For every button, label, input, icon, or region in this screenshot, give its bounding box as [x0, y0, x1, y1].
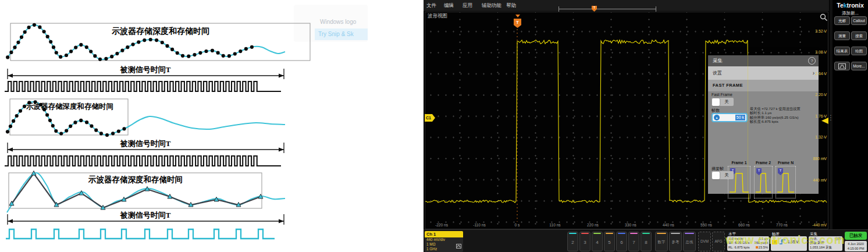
menu-item-5[interactable]: 帮助 — [506, 2, 516, 9]
channel-color-stripe — [618, 233, 625, 234]
frame-count-input[interactable]: ▲ 50 k — [712, 113, 748, 122]
channel-5-button[interactable]: 5 — [604, 232, 615, 251]
slider-trigger-marker[interactable]: T — [592, 6, 597, 12]
group-label: 参考 — [670, 240, 681, 245]
y-axis-label: 880 mV — [799, 157, 827, 161]
sidebar: Tektronix 添加新... 光标Callout测量搜索结果表绘图More.… — [833, 0, 868, 229]
channel1-badge[interactable]: Ch 1 440 mV/div 1 MΩ 1 GHz — [425, 231, 463, 252]
channel-2-button[interactable]: 2 — [567, 232, 578, 251]
toggle-state-label: 关 — [721, 171, 732, 179]
channel-color-stripe — [569, 233, 577, 234]
dvm-button[interactable]: DVM — [698, 232, 711, 251]
sample-point-dot — [90, 125, 93, 128]
channel-color-stripe — [642, 233, 650, 234]
x-axis-label: 110 ns — [542, 223, 568, 227]
x-axis-label: 0 s — [504, 223, 530, 227]
sidebar-button-Callout[interactable]: Callout — [851, 16, 867, 25]
sample-point-dot — [52, 45, 55, 49]
group-button-参考[interactable]: 参考 — [669, 232, 682, 251]
x-axis-label: -110 ns — [467, 223, 492, 227]
sample-point-dot — [65, 54, 68, 57]
sample-point-dot — [187, 55, 190, 58]
sample-point-dot — [12, 119, 15, 123]
x-axis-label: 440 ns — [656, 223, 681, 227]
sidebar-button-测量[interactable]: 测量 — [834, 31, 850, 40]
tektronix-logo: Tektronix — [833, 2, 868, 9]
sample-point-dot — [143, 38, 146, 42]
signal-time-label: 被测信号时间T — [120, 211, 171, 219]
time-text: 4:15:00 PM — [845, 246, 867, 251]
sample-point-dot — [89, 49, 93, 53]
sidebar-button-More...[interactable]: More... — [851, 62, 867, 70]
channel-color-stripe — [630, 233, 638, 234]
sample-point-dot — [23, 30, 27, 34]
channel-4-button[interactable]: 4 — [592, 232, 603, 251]
channel-3-button[interactable]: 3 — [579, 232, 590, 251]
sample-point-dot — [137, 40, 140, 44]
sampling-clock-dense — [5, 156, 281, 166]
sample-point-dot — [155, 38, 158, 42]
channel-number: 7 — [629, 240, 639, 245]
x-axis-label: -220 ns — [429, 223, 454, 227]
sample-point-dot — [181, 54, 184, 58]
channel-6-button[interactable]: 6 — [616, 232, 627, 251]
channel-color-stripe — [581, 233, 589, 234]
sample-point-dot — [111, 132, 115, 135]
menu-item-2[interactable]: 编辑 — [444, 2, 454, 9]
triggered-status-button[interactable]: 已触发 — [845, 232, 867, 240]
sample-point-dot — [227, 54, 231, 58]
slider-bar — [558, 9, 656, 9]
sample-point-dot — [46, 35, 49, 38]
sample-point-dot — [19, 109, 22, 113]
sample-point-dot — [126, 45, 129, 49]
display-plot-button[interactable] — [834, 62, 850, 70]
group-button-数字[interactable]: 数字 — [655, 232, 668, 251]
x-axis-label: 330 ns — [618, 223, 643, 227]
frame-count-value: 50 k — [735, 115, 745, 120]
sample-point-dot — [222, 54, 225, 58]
record-position-slider[interactable]: T — [558, 6, 656, 13]
sidebar-button-光标[interactable]: 光标 — [834, 16, 850, 25]
sidebar-button-搜索[interactable]: 搜索 — [851, 31, 867, 40]
sidebar-button-绘图[interactable]: 绘图 — [851, 47, 867, 55]
sample-point-dot — [233, 52, 237, 55]
sample-point-dot — [170, 48, 174, 51]
arrowhead-right-icon — [279, 148, 284, 152]
fastframe-toggle[interactable]: 关 — [712, 98, 734, 106]
sample-point-dot — [9, 51, 13, 54]
channel-7-button[interactable]: 7 — [628, 232, 639, 251]
sample-point-dot — [216, 51, 220, 55]
sample-point-dot — [73, 120, 77, 124]
sample-point-dot — [13, 45, 16, 49]
sample-point-dot — [59, 132, 63, 135]
summary-frame-toggle[interactable]: 关 — [712, 171, 734, 179]
menu-item-4[interactable]: 辅助功能 — [482, 2, 501, 9]
y-axis-label: 3.52 V — [799, 29, 827, 33]
sample-point-dot — [16, 41, 20, 44]
sample-point-dot — [239, 49, 242, 53]
group-color-stripe — [671, 233, 680, 234]
sample-point-dot — [204, 49, 208, 53]
channel1-name: Ch 1 — [425, 231, 463, 237]
menu-item-1[interactable]: 文件 — [426, 2, 436, 9]
panel-titlebar[interactable]: 采集 ? — [708, 55, 819, 66]
sample-point-dot — [54, 129, 58, 133]
storage-depth-diagram: Windows logo Try Snip & Sk 示波器存储深度和存储时间被… — [0, 0, 424, 252]
sample-point-dot — [9, 125, 12, 128]
menu-item-3[interactable]: 应用 — [463, 2, 472, 9]
x-axis-label: 770 ns — [769, 223, 795, 227]
sampling-clock-dense — [5, 81, 281, 91]
channel-color-stripe — [593, 233, 601, 234]
arrowhead-left-icon — [8, 148, 13, 152]
zoom-icon[interactable] — [820, 13, 828, 24]
acquisition-panel: 采集 ? 设置 › FAST FRAME Fast Frame 关 帧数 ▲ 5… — [708, 55, 819, 194]
slider-left-tick — [558, 6, 559, 12]
sidebar-button-结果表[interactable]: 结果表 — [834, 47, 850, 55]
afg-button[interactable]: AFG — [712, 232, 725, 251]
help-icon[interactable]: ? — [808, 57, 816, 65]
group-button-总线[interactable]: 总线 — [683, 232, 696, 251]
channel-8-button[interactable]: 8 — [641, 232, 652, 251]
group-label: 数字 — [656, 240, 667, 245]
sample-point-dot — [115, 52, 119, 55]
channel-number: 2 — [568, 240, 578, 245]
